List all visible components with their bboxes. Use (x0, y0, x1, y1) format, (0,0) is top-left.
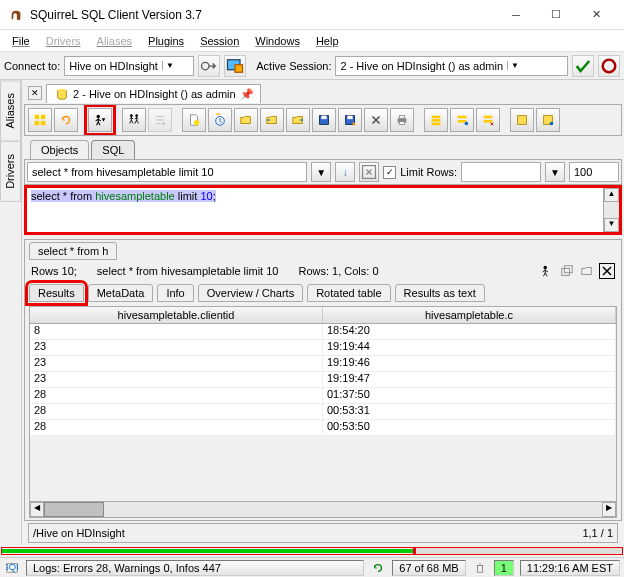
open-button[interactable] (234, 108, 258, 132)
new-session-button[interactable] (224, 55, 246, 77)
print-button[interactable] (390, 108, 414, 132)
menu-windows[interactable]: Windows (249, 33, 306, 49)
column-header[interactable]: hivesampletable.clientid (30, 307, 323, 323)
cell[interactable]: 18:54:20 (323, 324, 616, 339)
limit-checkbox[interactable]: ✓ (383, 166, 396, 179)
scroll-thumb[interactable] (44, 502, 104, 517)
tab-objects[interactable]: Objects (30, 140, 89, 159)
tool3-button[interactable] (476, 108, 500, 132)
menu-file[interactable]: File (6, 33, 36, 49)
cell[interactable]: 19:19:47 (323, 372, 616, 387)
commit-button[interactable] (572, 55, 594, 77)
limit-value-field[interactable]: 100 (569, 162, 619, 182)
subtab-metadata[interactable]: MetaData (88, 284, 154, 302)
sql-editor-text[interactable]: select * from hivesampletable limit 10; (27, 188, 603, 232)
result-query-tab[interactable]: select * from h (29, 242, 117, 260)
table-row[interactable]: 2800:53:50 (30, 420, 616, 436)
new-file-button[interactable] (182, 108, 206, 132)
sql-icon[interactable]: SQL (4, 561, 20, 575)
query-history-dropdown[interactable]: select * from hivesampletable limit 10 (27, 162, 307, 182)
limit-mode-dropdown[interactable] (461, 162, 541, 182)
table-row[interactable]: 2319:19:44 (30, 340, 616, 356)
cell[interactable]: 19:19:46 (323, 356, 616, 371)
menu-aliases[interactable]: Aliases (91, 33, 138, 49)
menu-help[interactable]: Help (310, 33, 345, 49)
expand-button[interactable] (359, 162, 379, 182)
menu-plugins[interactable]: Plugins (142, 33, 190, 49)
catalog-button[interactable] (28, 108, 52, 132)
cell[interactable]: 01:37:50 (323, 388, 616, 403)
scroll-down-icon[interactable]: ▼ (604, 218, 619, 232)
alias-dropdown[interactable]: Hive on HDInsight ▼ (64, 56, 194, 76)
cell[interactable]: 8 (30, 324, 323, 339)
sort-button[interactable]: ↓ (335, 162, 355, 182)
cell[interactable]: 28 (30, 388, 323, 403)
tool1-button[interactable] (424, 108, 448, 132)
run-all-button[interactable] (122, 108, 146, 132)
cell[interactable]: 28 (30, 404, 323, 419)
save-button[interactable] (312, 108, 336, 132)
history-dropdown-arrow[interactable]: ▼ (311, 162, 331, 182)
status-logs[interactable]: Logs: Errors 28, Warnings 0, Infos 447 (26, 560, 364, 576)
sidetab-drivers[interactable]: Drivers (0, 141, 21, 202)
refresh-icon[interactable] (370, 561, 386, 575)
detach-icon[interactable] (559, 263, 575, 279)
tool5-button[interactable] (536, 108, 560, 132)
subtab-results[interactable]: Results (29, 284, 84, 302)
subtab-overview[interactable]: Overview / Charts (198, 284, 303, 302)
column-header[interactable]: hivesampletable.c (323, 307, 616, 323)
subtab-info[interactable]: Info (157, 284, 193, 302)
table-row[interactable]: 818:54:20 (30, 324, 616, 340)
cell[interactable]: 00:53:50 (323, 420, 616, 435)
close-button[interactable]: ✕ (576, 1, 616, 29)
scroll-right-icon[interactable]: ▶ (602, 502, 616, 517)
export-icon[interactable] (579, 263, 595, 279)
cell[interactable]: 19:19:44 (323, 340, 616, 355)
sql-editor[interactable]: select * from hivesampletable limit 10; … (24, 185, 622, 235)
refresh-button[interactable] (54, 108, 78, 132)
close-results-icon[interactable] (599, 263, 615, 279)
tool4-button[interactable] (510, 108, 534, 132)
pin-icon[interactable]: 📌 (240, 88, 252, 100)
sidetab-aliases[interactable]: Aliases (0, 80, 21, 141)
menu-drivers[interactable]: Drivers (40, 33, 87, 49)
minimize-button[interactable]: ─ (496, 1, 536, 29)
tab-sql[interactable]: SQL (91, 140, 135, 159)
append-button[interactable] (148, 108, 172, 132)
gc-icon[interactable] (472, 561, 488, 575)
scroll-left-icon[interactable]: ◀ (30, 502, 44, 517)
subtab-rotated[interactable]: Rotated table (307, 284, 390, 302)
subtab-text[interactable]: Results as text (395, 284, 485, 302)
cell[interactable]: 00:53:31 (323, 404, 616, 419)
prev-button[interactable] (260, 108, 284, 132)
session-dropdown[interactable]: 2 - Hive on HDInsight () as admin ▼ (335, 56, 568, 76)
scroll-up-icon[interactable]: ▲ (604, 188, 619, 202)
table-row[interactable]: 2801:37:50 (30, 388, 616, 404)
next-button[interactable] (286, 108, 310, 132)
delete-button[interactable] (364, 108, 388, 132)
session-tab[interactable]: 2 - Hive on HDInsight () as admin 📌 (46, 84, 261, 103)
maximize-button[interactable]: ☐ (536, 1, 576, 29)
cell[interactable]: 28 (30, 420, 323, 435)
svg-rect-22 (432, 119, 441, 122)
run-button[interactable] (88, 108, 112, 132)
table-row[interactable]: 2319:19:46 (30, 356, 616, 372)
history-button[interactable] (208, 108, 232, 132)
limit-dropdown-arrow[interactable]: ▼ (545, 162, 565, 182)
connect-button[interactable] (198, 55, 220, 77)
save-as-button[interactable] (338, 108, 362, 132)
cell[interactable]: 23 (30, 340, 323, 355)
cell[interactable]: 23 (30, 372, 323, 387)
menu-session[interactable]: Session (194, 33, 245, 49)
close-tab-button[interactable]: ✕ (28, 86, 42, 100)
status-sessions[interactable]: 1 (494, 560, 514, 576)
editor-scrollbar[interactable]: ▲ ▼ (603, 188, 619, 232)
cell[interactable]: 23 (30, 356, 323, 371)
editor-tabstrip: Objects SQL (24, 140, 622, 159)
table-row[interactable]: 2800:53:31 (30, 404, 616, 420)
table-row[interactable]: 2319:19:47 (30, 372, 616, 388)
rollback-button[interactable] (598, 55, 620, 77)
tool2-button[interactable] (450, 108, 474, 132)
rerun-icon[interactable] (539, 263, 555, 279)
table-hscroll[interactable]: ◀ ▶ (30, 501, 616, 517)
